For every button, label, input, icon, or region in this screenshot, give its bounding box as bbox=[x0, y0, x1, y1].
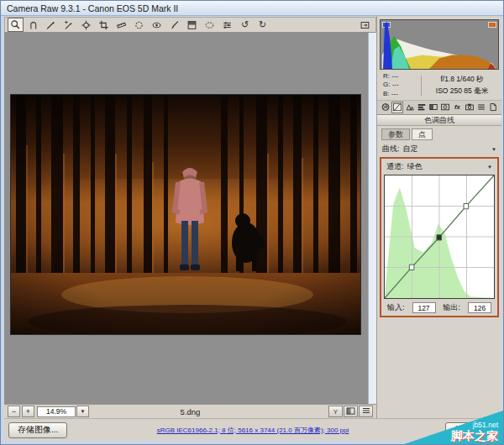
adjustment-tabs: fx bbox=[377, 100, 501, 115]
tab-camera-calibration[interactable] bbox=[463, 102, 475, 113]
tab-hsl-grayscale[interactable] bbox=[416, 102, 428, 113]
sliders-icon bbox=[221, 19, 234, 31]
chevron-down-icon: ▼ bbox=[491, 147, 496, 152]
spot-removal-tool-button[interactable] bbox=[131, 18, 147, 32]
preview-y-icon: Y bbox=[333, 408, 338, 416]
ruler-icon bbox=[115, 19, 128, 31]
split-view-icon bbox=[346, 407, 355, 416]
color-bars-icon bbox=[417, 100, 427, 115]
crop-icon bbox=[97, 19, 110, 31]
exif-info: R: --- G: --- B: --- f/1.8 1/640 秒 ISO 2… bbox=[377, 71, 501, 100]
fx-icon: fx bbox=[454, 104, 460, 111]
workflow-options-link[interactable]: sRGB IEC61966-2.1; 8 位; 5616 x 3744 (21.… bbox=[4, 426, 501, 435]
save-image-button[interactable]: 存储图像... bbox=[8, 422, 67, 438]
output-value-field[interactable]: 126 bbox=[468, 302, 491, 313]
menu-icon bbox=[362, 407, 370, 416]
rotate-cw-icon: ↻ bbox=[259, 20, 266, 29]
magnifier-icon bbox=[9, 19, 22, 31]
input-value-field[interactable]: 127 bbox=[412, 302, 436, 313]
rgb-readout: R: --- G: --- B: --- bbox=[379, 72, 418, 98]
curve-icon bbox=[392, 100, 402, 115]
triangles-icon bbox=[405, 100, 415, 115]
preferences-button[interactable] bbox=[219, 18, 235, 32]
tab-tone-curve[interactable] bbox=[391, 102, 403, 113]
curve-subtabs: 参数 点 bbox=[377, 126, 501, 140]
hand-icon bbox=[27, 19, 39, 31]
curve-point[interactable] bbox=[464, 204, 469, 209]
output-label: 输出: bbox=[444, 302, 461, 313]
curve-preset-dropdown[interactable]: 曲线: 自定 ▼ bbox=[377, 140, 501, 155]
eyedropper-plus-icon bbox=[62, 19, 75, 31]
watermark-site: jb51.net bbox=[473, 421, 498, 429]
tab-snapshots[interactable] bbox=[487, 102, 499, 113]
eyedropper-icon bbox=[45, 19, 57, 31]
preview-mode-button[interactable]: Y bbox=[328, 406, 343, 417]
hand-tool-button[interactable] bbox=[25, 18, 41, 32]
tone-curve-editor[interactable] bbox=[384, 175, 495, 299]
graduated-filter-tool-button[interactable] bbox=[184, 18, 200, 32]
white-balance-tool-button[interactable] bbox=[43, 18, 59, 32]
target-icon bbox=[80, 19, 92, 31]
preview-area bbox=[4, 33, 368, 404]
preview-scrollbar[interactable] bbox=[368, 33, 376, 404]
zoom-bar: − + 14.9% ▼ 5.dng Y bbox=[4, 404, 376, 418]
brush-icon bbox=[168, 19, 181, 31]
zoom-level-value[interactable]: 14.9% bbox=[37, 406, 76, 417]
page-icon bbox=[488, 100, 498, 115]
subtab-point[interactable]: 点 bbox=[412, 128, 433, 140]
aperture-icon bbox=[381, 100, 391, 115]
camera-raw-window: Camera Raw 9.3.1 - Canon EOS 5D Mark II bbox=[0, 0, 504, 445]
straighten-tool-button[interactable] bbox=[113, 18, 129, 32]
zoom-tool-button[interactable] bbox=[8, 18, 24, 32]
rgb-histogram-graph bbox=[381, 20, 498, 69]
zoom-out-button[interactable]: − bbox=[8, 406, 20, 417]
list-icon bbox=[476, 100, 486, 115]
minus-icon: − bbox=[12, 408, 16, 416]
fullscreen-toggle-button[interactable] bbox=[357, 18, 373, 32]
tab-detail[interactable] bbox=[403, 102, 415, 113]
adjustment-brush-tool-button[interactable] bbox=[166, 18, 182, 32]
split-square-icon bbox=[428, 100, 438, 115]
curve-point[interactable] bbox=[409, 264, 414, 270]
color-sampler-tool-button[interactable] bbox=[60, 18, 76, 32]
window-title: Camera Raw 9.3.1 - Canon EOS 5D Mark II bbox=[7, 3, 178, 13]
subtab-parametric[interactable]: 参数 bbox=[381, 128, 410, 140]
tab-effects[interactable]: fx bbox=[451, 102, 463, 113]
tab-presets[interactable] bbox=[475, 102, 487, 113]
tab-split-toning[interactable] bbox=[428, 102, 439, 113]
zoom-level-dropdown-button[interactable]: ▼ bbox=[76, 406, 89, 417]
healing-circle-icon bbox=[133, 19, 145, 31]
channel-dropdown[interactable]: 通道: 绿色 ▼ bbox=[383, 160, 496, 174]
crop-tool-button[interactable] bbox=[96, 18, 112, 32]
plus-icon: + bbox=[26, 408, 30, 416]
highlight-annotation-box: 通道: 绿色 ▼ 输入: 127 输出: bbox=[380, 157, 499, 317]
tab-basic[interactable] bbox=[380, 102, 391, 113]
camera-icon bbox=[465, 100, 475, 115]
curve-preset-value: 自定 bbox=[403, 144, 418, 154]
zoom-in-button[interactable]: + bbox=[22, 406, 34, 417]
rotate-ccw-icon: ↺ bbox=[241, 20, 249, 29]
lens-icon bbox=[440, 100, 450, 115]
panel-title: 色调曲线 bbox=[377, 115, 501, 126]
fullscreen-icon bbox=[359, 19, 371, 31]
toolbar: ↺ ↻ bbox=[4, 17, 376, 33]
histogram bbox=[380, 19, 499, 70]
radial-filter-tool-button[interactable] bbox=[202, 18, 218, 32]
watermark-name: 脚本之家 bbox=[451, 429, 498, 442]
swap-preview-button[interactable] bbox=[344, 406, 358, 417]
graduated-filter-icon bbox=[186, 19, 198, 31]
curve-point-selected[interactable] bbox=[437, 235, 442, 240]
red-eye-tool-button[interactable] bbox=[149, 18, 165, 32]
curve-preset-label: 曲线: bbox=[382, 144, 400, 154]
targeted-adjustment-tool-button[interactable] bbox=[78, 18, 94, 32]
eye-icon bbox=[150, 19, 163, 31]
input-label: 输入: bbox=[387, 302, 405, 313]
channel-label: 通道: bbox=[386, 161, 404, 172]
tab-lens-corrections[interactable] bbox=[439, 102, 451, 113]
channel-value: 绿色 bbox=[407, 161, 423, 172]
photo-canvas[interactable] bbox=[11, 95, 360, 334]
preview-menu-button[interactable] bbox=[359, 406, 373, 417]
rotate-right-button[interactable]: ↻ bbox=[255, 18, 270, 32]
rotate-left-button[interactable]: ↺ bbox=[237, 18, 253, 32]
forest-photo bbox=[11, 95, 360, 334]
